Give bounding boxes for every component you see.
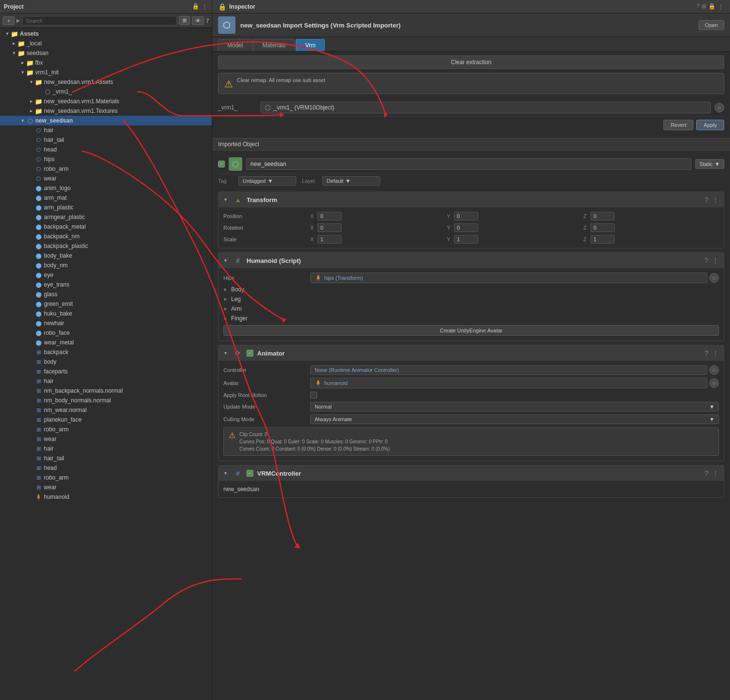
tab-vrm[interactable]: Vrm: [296, 39, 325, 51]
humanoid-header[interactable]: ▼ # Humanoid (Script) ? ⋮: [219, 253, 724, 268]
tree-item-hair-mesh3[interactable]: ⊞ hair: [0, 444, 212, 453]
tree-item-robo-arm[interactable]: ⬡ robo_arm: [0, 164, 212, 174]
tree-item-body-nm[interactable]: ⬤ body_nm: [0, 261, 212, 270]
search-input[interactable]: [22, 16, 177, 26]
create-avatar-button[interactable]: Create UnityEngine.Avatar: [223, 325, 719, 336]
vrm-controller-menu[interactable]: ⋮: [712, 469, 719, 477]
tag-dropdown[interactable]: Untagged ▼: [238, 176, 296, 186]
transform-help[interactable]: ?: [704, 196, 708, 204]
menu-icon[interactable]: ⋮: [201, 3, 208, 11]
layer-dropdown[interactable]: Default ▼: [322, 176, 380, 186]
filter-button[interactable]: ⊞: [179, 16, 190, 25]
tree-item-new-seedsan-main[interactable]: ▼ ⬡ new_seedsan: [0, 116, 212, 125]
vrm-controller-help[interactable]: ?: [704, 469, 708, 477]
tree-item-nm-backpack-mesh[interactable]: ⊞ nm_backpack_normals.normal: [0, 386, 212, 396]
rot-x-input[interactable]: [317, 223, 342, 232]
vrm-circle-btn[interactable]: ○: [715, 103, 724, 112]
tree-item-fbx[interactable]: ► 📁 fbx: [0, 58, 212, 68]
humanoid-menu[interactable]: ⋮: [712, 257, 719, 264]
static-dropdown[interactable]: Static ▼: [695, 159, 724, 169]
tab-materials[interactable]: Materials: [253, 39, 295, 51]
controller-circle-btn[interactable]: ○: [709, 365, 719, 375]
tree-item-hair-tail-mesh2[interactable]: ⊞ hair_tail: [0, 453, 212, 463]
tree-item-nm-wear-mesh[interactable]: ⊞ nm_wear.normal: [0, 405, 212, 415]
tree-item-arm-plastic[interactable]: ⬤ arm_plastic: [0, 203, 212, 212]
tree-item-planekun-face-mesh[interactable]: ⊞ planekun_face: [0, 415, 212, 425]
tree-item-wear-mesh2[interactable]: ⊞ wear: [0, 434, 212, 444]
visibility-button[interactable]: 👁: [192, 16, 204, 25]
tree-item-backpack-plastic[interactable]: ⬤ backpack_plastic: [0, 241, 212, 251]
tree-item-huku-bake[interactable]: ⬤ huku_bake: [0, 309, 212, 318]
object-name-input[interactable]: [246, 158, 691, 170]
tree-item-vrm1-init[interactable]: ▼ 📁 vrm1_init: [0, 68, 212, 77]
tree-item-new-seedsan-textures[interactable]: ► 📁 new_seedsan.vrm1.Textures: [0, 106, 212, 116]
tree-item-body-mesh[interactable]: ⊞ body: [0, 357, 212, 367]
tree-item-wear[interactable]: ⬡ wear: [0, 174, 212, 183]
humanoid-help[interactable]: ?: [704, 257, 708, 264]
scale-x-input[interactable]: [317, 235, 342, 244]
tree-item-hair-mesh2[interactable]: ⊞ hair: [0, 376, 212, 386]
tree-item-body-bake[interactable]: ⬤ body_bake: [0, 251, 212, 261]
tree-item-backpack-mesh[interactable]: ⊞ backpack: [0, 347, 212, 357]
tree-item-new-seedsan-assets[interactable]: ▼ 📁 new_seedsan.vrm1.Assets: [0, 77, 212, 87]
tree-item-green-emit[interactable]: ⬤ green_emit: [0, 299, 212, 309]
menu-dots-icon[interactable]: ⋮: [717, 3, 724, 11]
tree-item-humanoid[interactable]: 🧍 humanoid: [0, 492, 212, 502]
scale-z-input[interactable]: [591, 235, 615, 244]
tree-item-hair-tail[interactable]: ⬡ hair_tail: [0, 135, 212, 145]
tree-item-armgear-plastic[interactable]: ⬤ armgear_plastic: [0, 212, 212, 222]
animator-menu[interactable]: ⋮: [712, 349, 719, 357]
tree-item-eye[interactable]: ⬤ eye: [0, 270, 212, 280]
tree-item-head-mesh2[interactable]: ⊞ head: [0, 463, 212, 473]
tree-item-faceparts-mesh[interactable]: ⊞ faceparts: [0, 367, 212, 376]
leg-expandable[interactable]: ► Leg: [223, 294, 719, 304]
rot-z-input[interactable]: [591, 223, 615, 232]
tree-item-wear-mesh3[interactable]: ⊞ wear: [0, 482, 212, 492]
pos-z-input[interactable]: [591, 212, 615, 220]
tree-item-seedsan[interactable]: ▼ 📁 seedsan: [0, 48, 212, 58]
tree-item-head[interactable]: ⬡ head: [0, 145, 212, 154]
tree-item-hair[interactable]: ⬡ hair: [0, 125, 212, 135]
hips-circle-btn[interactable]: ○: [709, 273, 719, 283]
pos-y-input[interactable]: [454, 212, 478, 220]
rot-y-input[interactable]: [454, 223, 478, 232]
tree-item-robo-arm-mesh2[interactable]: ⊞ robo_arm: [0, 473, 212, 482]
tree-item-anim-logo[interactable]: ⬤ anim_logo: [0, 183, 212, 193]
vrm-controller-enable-checkbox[interactable]: ✓: [247, 470, 253, 477]
tree-item-backpack-nm[interactable]: ⬤ backpack_nm: [0, 232, 212, 241]
tree-item-robo-arm-mesh[interactable]: ⊞ robo_arm: [0, 425, 212, 434]
tree-item-hips[interactable]: ⬡ hips: [0, 154, 212, 164]
enable-checkbox[interactable]: ✓: [218, 161, 225, 167]
tree-item-newhair[interactable]: ⬤ newhair: [0, 318, 212, 328]
body-expandable[interactable]: ► Body: [223, 285, 719, 294]
tree-item-backpack-metal[interactable]: ⬤ backpack_metal: [0, 222, 212, 232]
scale-y-input[interactable]: [454, 235, 478, 244]
apply-root-motion-checkbox[interactable]: [310, 392, 317, 398]
add-button[interactable]: +: [3, 16, 14, 25]
transform-header[interactable]: ▼ ⟁ Transform ? ⋮: [219, 192, 724, 207]
tree-item-local[interactable]: ► 📁 _local: [0, 39, 212, 48]
tree-item-assets[interactable]: ▼ 📁 Assets: [0, 29, 212, 39]
tab-model[interactable]: Model: [218, 39, 252, 51]
tree-item-robo-face[interactable]: ⬤ robo_face: [0, 328, 212, 338]
tree-item-vrm1[interactable]: ⬡ _vrm1_: [0, 87, 212, 96]
update-mode-dropdown[interactable]: Normal ▼: [310, 402, 719, 412]
finger-expandable[interactable]: ► Finger: [223, 314, 719, 323]
arm-expandable[interactable]: ► Arm: [223, 304, 719, 314]
tree-item-eye-trans[interactable]: ⬤ eye_trans: [0, 280, 212, 289]
animator-header[interactable]: ▼ ⟳ ✓ Animator ? ⋮: [219, 345, 724, 361]
vrm-controller-header[interactable]: ▼ # ✓ VRMController ? ⋮: [219, 466, 724, 481]
tree-item-wear-metal[interactable]: ⬤ wear_metal: [0, 338, 212, 347]
culling-mode-dropdown[interactable]: Always Animate ▼: [310, 414, 719, 424]
tree-item-arm-mat[interactable]: ⬤ arm_mat: [0, 193, 212, 203]
tree-item-nm-body-mesh[interactable]: ⊞ nm_body_normals.normal: [0, 396, 212, 405]
revert-button[interactable]: Revert: [663, 120, 693, 130]
tree-item-glass[interactable]: ⬤ glass: [0, 289, 212, 299]
animator-help[interactable]: ?: [704, 349, 708, 357]
tree-item-new-seedsan-materials[interactable]: ► 📁 new_seedsan.vrm1.Materials: [0, 96, 212, 106]
avatar-circle-btn[interactable]: ○: [709, 378, 719, 388]
animator-enable-checkbox[interactable]: ✓: [247, 350, 253, 357]
apply-button[interactable]: Apply: [696, 120, 724, 130]
transform-menu[interactable]: ⋮: [712, 196, 719, 204]
pos-x-input[interactable]: [317, 212, 342, 220]
